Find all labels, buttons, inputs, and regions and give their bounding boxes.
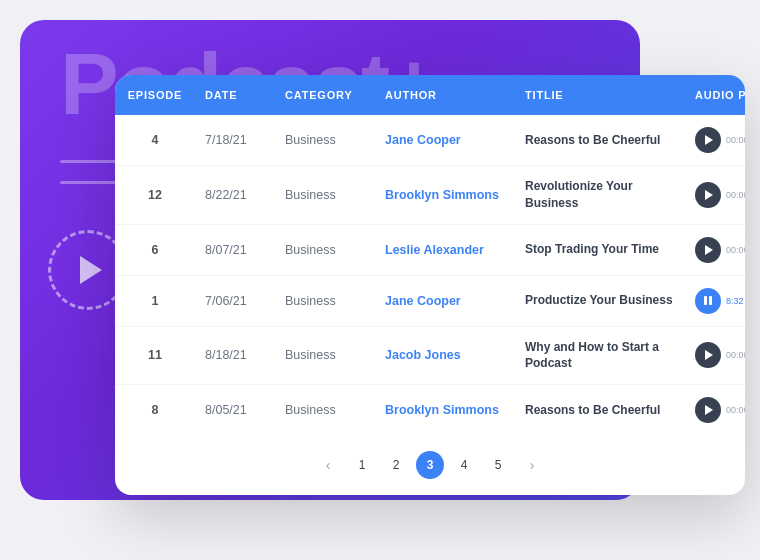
bg-play-icon bbox=[80, 256, 102, 284]
td-category-0: Business bbox=[275, 121, 375, 159]
audio-play-btn-5[interactable] bbox=[695, 397, 721, 423]
table-row: 4 7/18/21 Business Jane Cooper Reasons t… bbox=[115, 115, 745, 166]
th-author: AUTHOR bbox=[375, 75, 515, 115]
td-player-3: 8:32 🔊 bbox=[685, 276, 745, 326]
audio-player-3: 8:32 🔊 bbox=[695, 288, 745, 314]
td-title-4: Why and How to Start a Podcast bbox=[515, 327, 685, 385]
td-category-2: Business bbox=[275, 231, 375, 269]
audio-time-1: 00:00 bbox=[726, 190, 745, 200]
td-episode-2: 6 bbox=[115, 231, 195, 269]
table-row: 12 8/22/21 Business Brooklyn Simmons Rev… bbox=[115, 166, 745, 225]
pagination-prev[interactable]: ‹ bbox=[314, 451, 342, 479]
audio-play-btn-1[interactable] bbox=[695, 182, 721, 208]
table-body: 4 7/18/21 Business Jane Cooper Reasons t… bbox=[115, 115, 745, 435]
td-title-5: Reasons to Be Cheerful bbox=[515, 390, 685, 431]
table-row: 11 8/18/21 Business Jacob Jones Why and … bbox=[115, 327, 745, 386]
audio-time-3: 8:32 bbox=[726, 296, 745, 306]
pagination-page-4[interactable]: 4 bbox=[450, 451, 478, 479]
audio-play-btn-4[interactable] bbox=[695, 342, 721, 368]
td-episode-4: 11 bbox=[115, 336, 195, 374]
td-date-4: 8/18/21 bbox=[195, 336, 275, 374]
td-episode-0: 4 bbox=[115, 121, 195, 159]
pagination-pages: 12345 bbox=[348, 451, 512, 479]
td-player-5: 00:00 🔊 bbox=[685, 385, 745, 435]
th-category: CATEGORY bbox=[275, 75, 375, 115]
audio-player-1: 00:00 🔊 bbox=[695, 182, 745, 208]
pagination-page-3[interactable]: 3 bbox=[416, 451, 444, 479]
th-episode: EPISODE bbox=[115, 75, 195, 115]
audio-play-btn-3[interactable] bbox=[695, 288, 721, 314]
audio-player-0: 00:00 🔊 bbox=[695, 127, 745, 153]
play-triangle-5 bbox=[705, 405, 713, 415]
td-date-0: 7/18/21 bbox=[195, 121, 275, 159]
td-title-0: Reasons to Be Cheerful bbox=[515, 120, 685, 161]
th-player: AUDIO PLAYER bbox=[685, 75, 745, 115]
pagination-page-5[interactable]: 5 bbox=[484, 451, 512, 479]
td-author-1[interactable]: Brooklyn Simmons bbox=[375, 176, 515, 214]
play-triangle-2 bbox=[705, 245, 713, 255]
table-row: 8 8/05/21 Business Brooklyn Simmons Reas… bbox=[115, 385, 745, 435]
td-episode-5: 8 bbox=[115, 391, 195, 429]
audio-time-0: 00:00 bbox=[726, 135, 745, 145]
play-triangle-0 bbox=[705, 135, 713, 145]
pagination-next[interactable]: › bbox=[518, 451, 546, 479]
play-triangle-1 bbox=[705, 190, 713, 200]
audio-play-btn-0[interactable] bbox=[695, 127, 721, 153]
td-title-1: Revolutionize Your Business bbox=[515, 166, 685, 224]
td-author-0[interactable]: Jane Cooper bbox=[375, 121, 515, 159]
pause-icon-3 bbox=[704, 296, 712, 305]
td-category-1: Business bbox=[275, 176, 375, 214]
audio-time-5: 00:00 bbox=[726, 405, 745, 415]
audio-time-2: 00:00 bbox=[726, 245, 745, 255]
pagination-page-1[interactable]: 1 bbox=[348, 451, 376, 479]
pagination-page-2[interactable]: 2 bbox=[382, 451, 410, 479]
td-category-3: Business bbox=[275, 282, 375, 320]
td-author-5[interactable]: Brooklyn Simmons bbox=[375, 391, 515, 429]
audio-player-4: 00:00 🔊 bbox=[695, 342, 745, 368]
pagination: ‹ 12345 › bbox=[115, 435, 745, 495]
td-player-0: 00:00 🔊 bbox=[685, 115, 745, 165]
td-author-4[interactable]: Jacob Jones bbox=[375, 336, 515, 374]
td-date-5: 8/05/21 bbox=[195, 391, 275, 429]
th-title: TITLIE bbox=[515, 75, 685, 115]
td-date-1: 8/22/21 bbox=[195, 176, 275, 214]
td-episode-1: 12 bbox=[115, 176, 195, 214]
table-row: 1 7/06/21 Business Jane Cooper Productiz… bbox=[115, 276, 745, 327]
td-date-3: 7/06/21 bbox=[195, 282, 275, 320]
bg-line-2 bbox=[60, 181, 120, 184]
play-triangle-4 bbox=[705, 350, 713, 360]
td-author-3[interactable]: Jane Cooper bbox=[375, 282, 515, 320]
td-title-3: Productize Your Business bbox=[515, 280, 685, 321]
td-category-5: Business bbox=[275, 391, 375, 429]
td-player-1: 00:00 🔊 bbox=[685, 170, 745, 220]
td-title-2: Stop Trading Your Time bbox=[515, 229, 685, 270]
audio-time-4: 00:00 bbox=[726, 350, 745, 360]
audio-player-2: 00:00 🔊 bbox=[695, 237, 745, 263]
podcast-table-card: EPISODE DATE CATEGORY AUTHOR TITLIE AUDI… bbox=[115, 75, 745, 495]
td-player-2: 00:00 🔊 bbox=[685, 225, 745, 275]
audio-play-btn-2[interactable] bbox=[695, 237, 721, 263]
td-date-2: 8/07/21 bbox=[195, 231, 275, 269]
td-episode-3: 1 bbox=[115, 282, 195, 320]
td-category-4: Business bbox=[275, 336, 375, 374]
table-row: 6 8/07/21 Business Leslie Alexander Stop… bbox=[115, 225, 745, 276]
td-author-2[interactable]: Leslie Alexander bbox=[375, 231, 515, 269]
th-date: DATE bbox=[195, 75, 275, 115]
table-header: EPISODE DATE CATEGORY AUTHOR TITLIE AUDI… bbox=[115, 75, 745, 115]
audio-player-5: 00:00 🔊 bbox=[695, 397, 745, 423]
td-player-4: 00:00 🔊 bbox=[685, 330, 745, 380]
